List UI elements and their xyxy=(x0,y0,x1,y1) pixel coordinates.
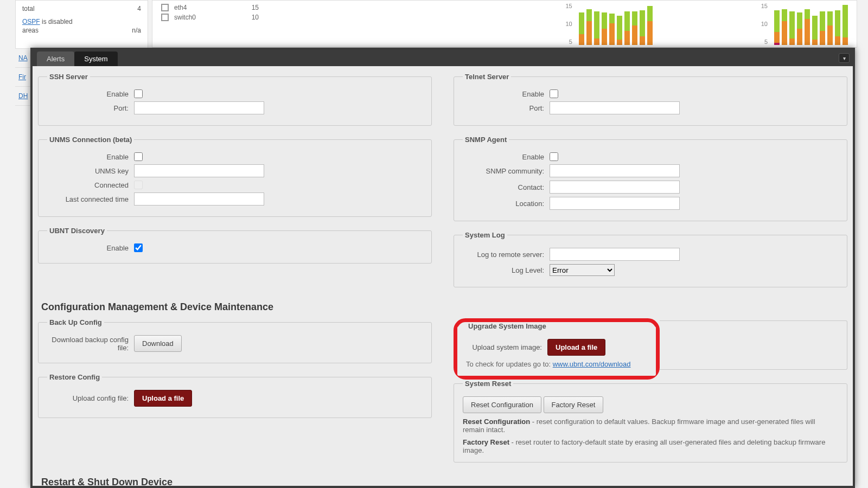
snmp-enable-label: Enable xyxy=(463,153,550,161)
discovery-group: UBNT Discovery Enable xyxy=(38,227,432,264)
snmp-community-label: SNMP community: xyxy=(463,167,550,175)
snmp-location-label: Location: xyxy=(463,200,550,208)
telnet-enable-checkbox[interactable] xyxy=(550,89,558,98)
download-button[interactable]: Download xyxy=(134,335,182,352)
panel-body: SSH Server Enable Port: UNMS Connection … xyxy=(33,66,853,486)
snmp-contact-input[interactable] xyxy=(550,181,680,194)
restore-legend: Restore Config xyxy=(47,373,102,381)
syslog-remote-label: Log to remote server: xyxy=(463,251,550,259)
restore-label: Upload config file: xyxy=(47,394,134,402)
backup-legend: Back Up Config xyxy=(47,318,104,326)
syslog-level-label: Log Level: xyxy=(463,266,550,274)
bg-sidebar: total4 OSPF is disabled areasn/a xyxy=(15,0,148,49)
upgrade-label: Upload system image: xyxy=(466,343,547,351)
backup-label: Download backup config file: xyxy=(47,336,134,352)
unms-connected-label: Connected xyxy=(47,181,134,189)
dhcp-link[interactable]: DH xyxy=(18,92,28,100)
areas-value: n/a xyxy=(132,27,141,34)
chart-1 xyxy=(579,3,653,45)
areas-label: areas xyxy=(22,27,39,34)
legend-switch0-val: 10 xyxy=(252,14,259,21)
snmp-group: SNMP Agent Enable SNMP community: Contac… xyxy=(454,136,847,221)
syslog-group: System Log Log to remote server: Log Lev… xyxy=(454,231,847,287)
snmp-contact-label: Contact: xyxy=(463,183,550,191)
upgrade-note: To check for updates go to: www.ubnt.com… xyxy=(466,360,647,368)
backup-group: Back Up Config Download backup config fi… xyxy=(38,318,432,363)
firewall-link[interactable]: Fir xyxy=(18,73,26,81)
snmp-location-input[interactable] xyxy=(550,197,680,210)
unms-last-input[interactable] xyxy=(134,192,264,206)
checkbox-icon[interactable] xyxy=(161,14,169,21)
unms-connected-checkbox xyxy=(134,181,143,189)
discovery-enable-checkbox[interactable] xyxy=(134,243,143,252)
telnet-port-input[interactable] xyxy=(550,101,680,114)
ospf-status: is disabled xyxy=(42,18,73,25)
legend-eth4: eth4 xyxy=(174,4,187,11)
ssh-port-label: Port: xyxy=(47,104,134,112)
upgrade-legend: Upgrade System Image xyxy=(466,322,548,330)
upgrade-highlight: Upgrade System Image Upload system image… xyxy=(454,318,660,380)
reset-config-button[interactable]: Reset Configuration xyxy=(463,396,541,413)
unms-last-label: Last connected time xyxy=(47,195,134,203)
snmp-community-input[interactable] xyxy=(550,164,680,177)
tabbar: Alerts System ▾ xyxy=(33,50,853,66)
upgrade-group: Upgrade System Image Upload system image… xyxy=(457,322,656,376)
total-value: 4 xyxy=(137,5,141,12)
restore-group: Restore Config Upload config file: Uploa… xyxy=(38,373,432,418)
telnet-port-label: Port: xyxy=(463,104,550,112)
telnet-legend: Telnet Server xyxy=(463,73,511,81)
chevron-down-icon[interactable]: ▾ xyxy=(839,53,850,63)
reset-note2: Factory Reset - reset router to factory-… xyxy=(463,438,838,454)
tab-system[interactable]: System xyxy=(74,52,117,66)
ospf-link[interactable]: OSPF xyxy=(22,18,40,25)
discovery-legend: UBNT Discovery xyxy=(47,227,107,235)
syslog-level-select[interactable]: Error xyxy=(550,264,615,276)
nat-link[interactable]: NA xyxy=(18,54,28,62)
unms-enable-checkbox[interactable] xyxy=(134,152,143,161)
axis-1: 15105 xyxy=(566,3,576,45)
system-panel: Alerts System ▾ SSH Server Enable Port: … xyxy=(30,48,855,488)
section-restart-shutdown: Restart & Shut Down Device xyxy=(41,477,847,486)
sidebar-links: NA Fir DH xyxy=(15,49,31,106)
checkbox-icon[interactable] xyxy=(161,4,169,11)
snmp-legend: SNMP Agent xyxy=(463,136,509,144)
upload-config-button[interactable]: Upload a file xyxy=(134,390,192,407)
legend-switch0: switch0 xyxy=(174,14,196,21)
reset-note1: Reset Configuration - reset configuratio… xyxy=(463,418,838,434)
ssh-legend: SSH Server xyxy=(47,73,90,81)
reset-group: System Reset Reset Configuration Factory… xyxy=(454,380,847,463)
legend: eth415 switch010 xyxy=(161,3,259,45)
ssh-port-input[interactable] xyxy=(134,101,264,114)
syslog-remote-input[interactable] xyxy=(550,248,680,261)
bg-charts: eth415 switch010 15105 15105 xyxy=(152,0,857,48)
upgrade-note-text: To check for updates go to: xyxy=(466,360,553,368)
snmp-enable-checkbox[interactable] xyxy=(550,152,558,161)
unms-key-input[interactable] xyxy=(134,164,264,177)
download-link[interactable]: www.ubnt.com/download xyxy=(553,360,631,368)
legend-eth4-val: 15 xyxy=(252,4,259,11)
ssh-enable-checkbox[interactable] xyxy=(134,89,143,98)
axis-2: 15105 xyxy=(761,3,771,45)
chart-2 xyxy=(774,3,848,45)
factory-reset-button[interactable]: Factory Reset xyxy=(544,396,604,413)
tab-alerts[interactable]: Alerts xyxy=(37,52,74,66)
unms-enable-label: Enable xyxy=(47,153,134,161)
telnet-group: Telnet Server Enable Port: xyxy=(454,73,847,126)
ssh-enable-label: Enable xyxy=(47,90,134,98)
unms-key-label: UNMS key xyxy=(47,167,134,175)
telnet-enable-label: Enable xyxy=(463,90,550,98)
unms-group: UNMS Connection (beta) Enable UNMS key C… xyxy=(38,136,432,217)
unms-legend: UNMS Connection (beta) xyxy=(47,136,134,144)
ssh-server-group: SSH Server Enable Port: xyxy=(38,73,432,126)
discovery-enable-label: Enable xyxy=(47,244,134,252)
section-config-mgmt: Configuration Management & Device Mainte… xyxy=(41,301,847,313)
syslog-legend: System Log xyxy=(463,231,507,239)
total-label: total xyxy=(22,5,35,12)
reset-legend: System Reset xyxy=(463,380,513,388)
upload-image-button[interactable]: Upload a file xyxy=(547,339,605,356)
